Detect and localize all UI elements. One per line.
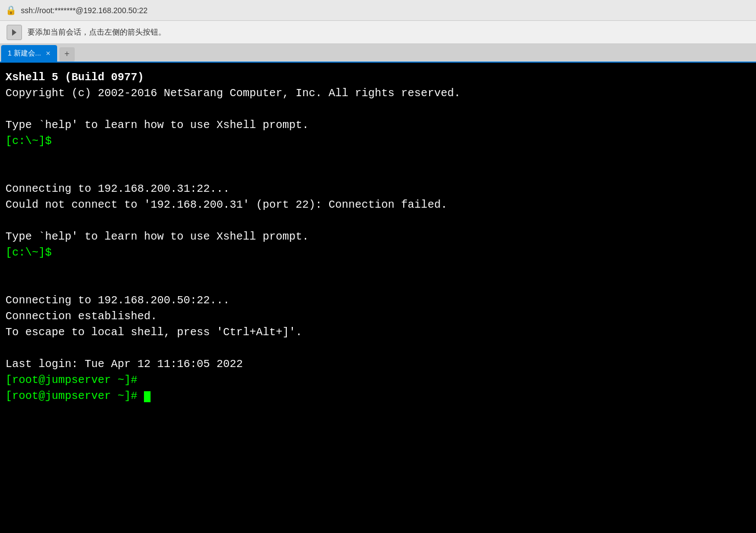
terminal-line: [c:\~]$ xyxy=(5,245,751,260)
tab-bar: 1 新建会... ✕ + xyxy=(0,44,756,63)
terminal-line: Xshell 5 (Build 0977) xyxy=(5,69,751,85)
title-bar: 🔒 ssh://root:*******@192.168.200.50:22 xyxy=(0,0,756,21)
terminal-line xyxy=(5,165,751,181)
terminal-line: Could not connect to '192.168.200.31' (p… xyxy=(5,197,751,213)
terminal-line xyxy=(5,276,751,292)
tab-label: 1 新建会... xyxy=(8,48,41,58)
terminal-line: Last login: Tue Apr 12 11:16:05 2022 xyxy=(5,356,751,372)
svg-marker-0 xyxy=(12,29,16,36)
terminal-line: Connecting to 192.168.200.50:22... xyxy=(5,292,751,308)
terminal-line xyxy=(5,101,751,117)
terminal-line xyxy=(5,213,751,229)
terminal-line: [c:\~]$ xyxy=(5,133,751,149)
toolbar-hint-text: 要添加当前会话，点击左侧的箭头按钮。 xyxy=(27,27,166,37)
title-text: ssh://root:*******@192.168.200.50:22 xyxy=(21,6,148,15)
terminal-area[interactable]: Xshell 5 (Build 0977)Copyright (c) 2002-… xyxy=(0,63,756,533)
terminal-line xyxy=(5,260,751,276)
toolbar: 要添加当前会话，点击左侧的箭头按钮。 xyxy=(0,21,756,44)
terminal-line: Connection established. xyxy=(5,308,751,324)
terminal-line xyxy=(5,340,751,356)
cursor-block xyxy=(144,391,151,402)
lock-icon: 🔒 xyxy=(5,5,16,16)
tab-session-1[interactable]: 1 新建会... ✕ xyxy=(1,45,57,62)
add-session-arrow-button[interactable] xyxy=(7,25,22,40)
tab-close-button[interactable]: ✕ xyxy=(46,50,51,57)
terminal-line: Type `help' to learn how to use Xshell p… xyxy=(5,117,751,133)
terminal-line: [root@jumpserver ~]# xyxy=(5,388,751,404)
terminal-line: [root@jumpserver ~]# xyxy=(5,372,751,388)
terminal-line: To escape to local shell, press 'Ctrl+Al… xyxy=(5,324,751,340)
terminal-line xyxy=(5,149,751,165)
terminal-line: Type `help' to learn how to use Xshell p… xyxy=(5,229,751,245)
new-tab-button[interactable]: + xyxy=(59,47,75,62)
terminal-line: Copyright (c) 2002-2016 NetSarang Comput… xyxy=(5,85,751,101)
terminal-line: Connecting to 192.168.200.31:22... xyxy=(5,181,751,197)
